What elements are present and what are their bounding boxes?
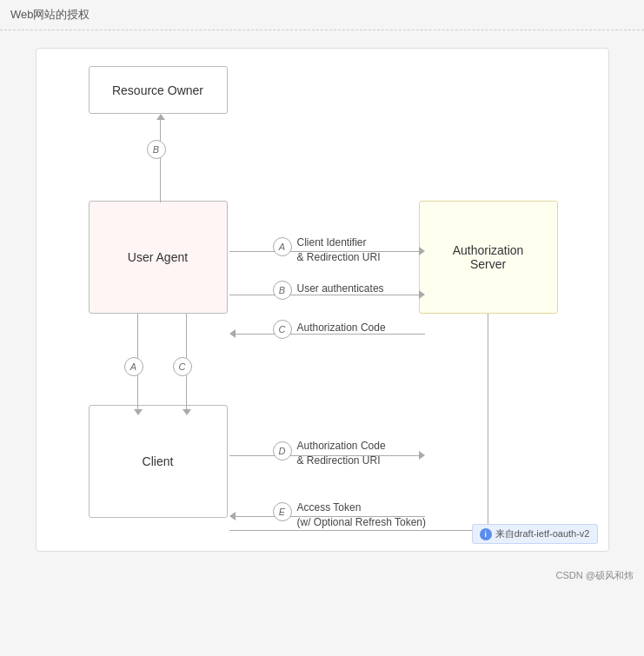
csdn-label: CSDN @硕风和炜 — [556, 570, 634, 580]
auth-server-vertical-connector — [488, 314, 488, 531]
step-b-circle: B — [273, 281, 292, 300]
diagram-container: Resource Owner User Agent Client Authori… — [36, 48, 609, 552]
resource-owner-label: Resource Owner — [112, 83, 203, 97]
page-title: Web网站的授权 — [10, 8, 90, 21]
bottom-bar: i 来自draft-ietf-oauth-v2 — [472, 524, 598, 544]
header-bar: Web网站的授权 — [0, 0, 644, 30]
user-agent-box: User Agent — [89, 201, 228, 314]
step-b-circle-vertical: B — [147, 140, 166, 159]
step-a-circle: A — [273, 237, 292, 256]
client-label: Client — [143, 454, 174, 468]
badge-text: 来自draft-ietf-oauth-v2 — [495, 527, 590, 540]
step-d-label: Authorization Code & Redirection URI — [297, 439, 386, 468]
info-icon: i — [480, 528, 492, 540]
info-badge: i 来自draft-ietf-oauth-v2 — [472, 524, 598, 544]
page-wrapper: Web网站的授权 Resource Owner User Agent Clien… — [0, 0, 644, 656]
step-e-label: Access Token (w/ Optional Refresh Token) — [297, 500, 427, 530]
step-a-label: Client Identifier & Redirection URI — [297, 235, 381, 265]
user-agent-label: User Agent — [128, 250, 188, 264]
auth-server-box: Authorization Server — [419, 201, 558, 314]
auth-server-label: Authorization Server — [453, 243, 524, 271]
step-d-circle: D — [273, 441, 292, 461]
step-b-label: User authenticates — [297, 282, 384, 296]
connector-a-circle: A — [124, 357, 143, 376]
csdn-footer: CSDN @硕风和炜 — [0, 569, 644, 589]
auth-server-bottom-connector — [229, 530, 488, 531]
step-c-circle: C — [273, 320, 292, 339]
connector-c-circle: C — [173, 357, 192, 376]
resource-owner-box: Resource Owner — [89, 66, 228, 114]
step-e-circle: E — [273, 502, 292, 521]
step-c-label: Authorization Code — [297, 321, 386, 335]
client-box: Client — [89, 405, 228, 518]
